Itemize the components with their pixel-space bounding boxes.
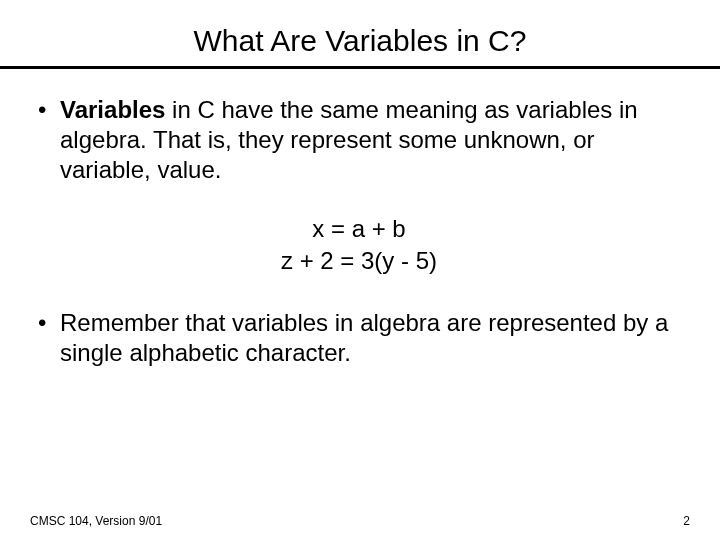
equation-line: z + 2 = 3(y - 5): [38, 245, 680, 277]
bullet-text: Remember that variables in algebra are r…: [60, 308, 680, 368]
bullet-dot: •: [38, 308, 60, 368]
footer-page-number: 2: [683, 514, 690, 528]
bullet-dot: •: [38, 95, 60, 185]
slide-body: • Variables in C have the same meaning a…: [30, 95, 690, 368]
title-rule: [0, 66, 720, 69]
slide-title: What Are Variables in C?: [30, 24, 690, 58]
bullet-item: • Remember that variables in algebra are…: [38, 308, 680, 368]
equations-block: x = a + b z + 2 = 3(y - 5): [38, 213, 680, 278]
bullet-item: • Variables in C have the same meaning a…: [38, 95, 680, 185]
slide: What Are Variables in C? • Variables in …: [0, 0, 720, 540]
equation-line: x = a + b: [38, 213, 680, 245]
footer-left: CMSC 104, Version 9/01: [30, 514, 162, 528]
bullet-text: Variables in C have the same meaning as …: [60, 95, 680, 185]
bold-term: Variables: [60, 96, 165, 123]
slide-footer: CMSC 104, Version 9/01 2: [30, 514, 690, 528]
